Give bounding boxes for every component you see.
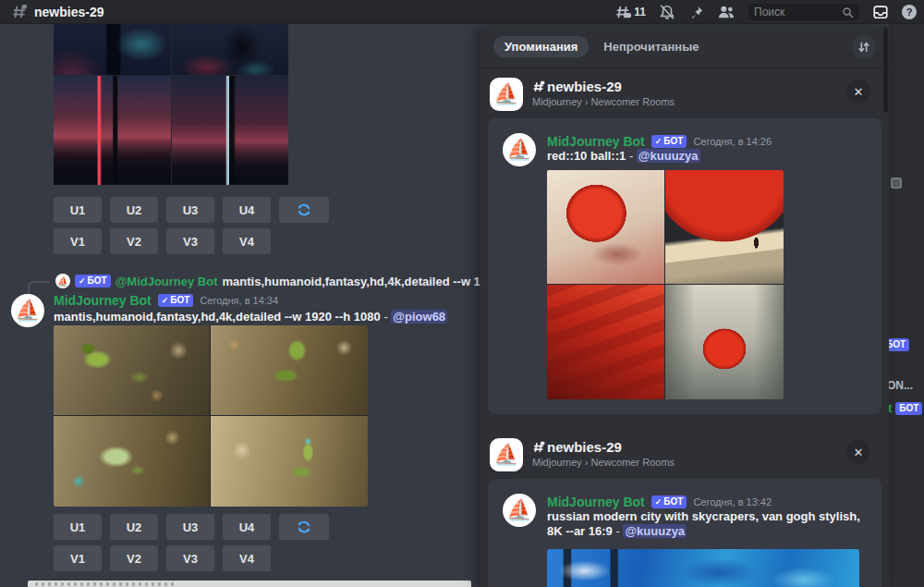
user-mention[interactable]: @kuuuzya xyxy=(623,524,687,538)
v3-button[interactable]: V3 xyxy=(166,228,214,254)
generated-image-cell[interactable] xyxy=(547,170,664,284)
message-author[interactable]: MidJourney Bot xyxy=(547,495,645,509)
mention-card-header: ⛵ newbies-29 Midjourney › Newcomer Rooms… xyxy=(490,78,878,115)
reply-preview[interactable]: ⛵ ✓БОТ @MidJourney Bot mantis,humanoid,f… xyxy=(28,273,480,289)
generated-image-cell[interactable] xyxy=(172,76,288,185)
u4-button[interactable]: U4 xyxy=(223,514,271,540)
generated-image-cell[interactable] xyxy=(172,24,288,75)
v3-button[interactable]: V3 xyxy=(166,545,214,571)
tab-mentions[interactable]: Упоминания xyxy=(493,36,589,57)
v1-button[interactable]: V1 xyxy=(54,228,102,254)
sort-arrows-icon xyxy=(857,41,870,54)
search-input[interactable] xyxy=(754,6,838,18)
notifications-muted-button[interactable] xyxy=(659,4,675,20)
generated-image-cell[interactable] xyxy=(665,170,784,284)
generated-image-van-gogh-city[interactable] xyxy=(547,549,859,587)
message-text: russian modern city with skycrapers, van… xyxy=(547,509,870,539)
panel-scrollbar[interactable] xyxy=(883,28,888,113)
close-icon[interactable]: ✕ xyxy=(846,79,870,104)
server-avatar: ⛵ xyxy=(490,438,523,471)
mention-channel-title[interactable]: newbies-29 xyxy=(532,439,622,455)
inbox-mentions-panel: Упоминания Непрочитанные ⛵ newbies-29 Mi… xyxy=(480,26,889,587)
bot-badge: ✓БОТ xyxy=(158,294,194,307)
bot-badge: БОТ xyxy=(889,338,909,351)
message-header: MidJourney Bot ✓БОТ Сегодня, в 14:26 xyxy=(547,134,772,149)
generated-image-grid-red-balls[interactable] xyxy=(547,170,784,399)
generated-image-cell[interactable] xyxy=(54,76,171,185)
prompt-text: mantis,humanoid,fantasy,hd,4k,detailed -… xyxy=(54,310,381,324)
bot-avatar[interactable]: ⛵ xyxy=(11,294,44,327)
u3-button[interactable]: U3 xyxy=(166,197,214,223)
reroll-button[interactable] xyxy=(279,197,329,223)
reply-author[interactable]: @MidJourney Bot xyxy=(116,275,218,288)
message-author[interactable]: MidJourney Bot xyxy=(54,293,152,308)
inbox-tab-bar: Упоминания Непрочитанные xyxy=(480,26,889,68)
search-icon xyxy=(842,6,854,18)
bot-badge: ✓БОТ xyxy=(75,275,111,287)
reply-text: mantis,humanoid,fantasy,hd,4k,detailed -… xyxy=(223,275,480,288)
mention-breadcrumb: Midjourney › Newcomer Rooms xyxy=(532,457,675,468)
generated-image-cell[interactable] xyxy=(54,24,171,75)
tab-unread[interactable]: Непрочитанные xyxy=(603,40,699,54)
generated-image-cell[interactable] xyxy=(665,285,784,399)
u1-button[interactable]: U1 xyxy=(54,197,102,223)
user-mention[interactable]: @piow68 xyxy=(391,310,447,324)
threads-button[interactable]: 11 xyxy=(614,4,646,20)
member-list-button[interactable] xyxy=(717,4,736,20)
u1-button[interactable]: U1 xyxy=(54,514,102,540)
reroll-icon xyxy=(297,202,311,217)
mention-channel-title[interactable]: newbies-29 xyxy=(532,79,622,94)
v1-button[interactable]: V1 xyxy=(54,545,102,571)
member-emoji-icon xyxy=(891,177,902,189)
v2-button[interactable]: V2 xyxy=(110,228,158,254)
v2-button[interactable]: V2 xyxy=(110,545,158,571)
channel-header-bar: newbies-29 11 ? xyxy=(0,0,924,24)
help-button[interactable]: ? xyxy=(902,5,917,19)
member-list-sliver: БОТ ON... t БОТ xyxy=(889,24,924,587)
variation-button-row: V1 V2 V3 V4 xyxy=(54,228,271,254)
close-icon[interactable]: ✕ xyxy=(846,440,870,464)
topbar-actions: 11 ? xyxy=(614,0,917,24)
mention-message-preview[interactable]: ⛵ MidJourney Bot ✓БОТ Сегодня, в 13:42 r… xyxy=(488,479,881,587)
reroll-icon xyxy=(297,520,311,534)
message-author[interactable]: MidJourney Bot xyxy=(547,134,645,149)
generated-image-cell[interactable] xyxy=(54,416,210,507)
member-name-fragment: t БОТ xyxy=(889,401,922,415)
generated-image-cell[interactable] xyxy=(54,325,210,415)
u2-button[interactable]: U2 xyxy=(110,514,158,540)
generated-image-grid-cyberpunk[interactable] xyxy=(54,24,288,185)
u4-button[interactable]: U4 xyxy=(223,197,271,223)
channel-hash-icon xyxy=(532,80,545,93)
user-mention[interactable]: @kuuuzya xyxy=(637,149,700,163)
sort-button[interactable] xyxy=(852,35,876,59)
generated-image-cell[interactable] xyxy=(211,325,368,415)
message-text: red::10 ball::1 - @kuuuzya xyxy=(547,149,870,164)
generated-image-cell[interactable] xyxy=(547,285,664,399)
v4-button[interactable]: V4 xyxy=(223,228,271,254)
mention-message-preview[interactable]: ⛵ MidJourney Bot ✓БОТ Сегодня, в 14:26 r… xyxy=(488,118,881,414)
member-status-fragment: ON... xyxy=(889,379,913,392)
channel-title: newbies-29 xyxy=(34,5,103,19)
pinned-messages-button[interactable] xyxy=(688,5,704,20)
reroll-button[interactable] xyxy=(279,514,329,540)
message-timestamp: Сегодня, в 14:26 xyxy=(693,136,772,147)
channel-hash-icon xyxy=(532,441,545,454)
next-image-top-edge xyxy=(28,581,471,587)
bot-avatar: ⛵ xyxy=(503,494,536,527)
u3-button[interactable]: U3 xyxy=(166,514,214,540)
bot-badge: ✓БОТ xyxy=(651,495,687,508)
inbox-button[interactable] xyxy=(872,4,889,20)
message-timestamp: Сегодня, в 14:34 xyxy=(200,295,278,306)
generated-image-cell[interactable] xyxy=(211,416,368,507)
channel-title-group: newbies-29 xyxy=(0,4,103,20)
generated-image-grid-mantis[interactable] xyxy=(54,325,368,507)
v4-button[interactable]: V4 xyxy=(223,545,271,571)
reply-bot-avatar: ⛵ xyxy=(55,274,70,288)
bot-badge: БОТ xyxy=(895,402,922,415)
discord-app-window: newbies-29 11 ? xyxy=(0,0,924,587)
u2-button[interactable]: U2 xyxy=(110,197,158,223)
prompt-text: russian modern city with skycrapers, van… xyxy=(547,509,860,538)
message-header: MidJourney Bot ✓БОТ Сегодня, в 13:42 xyxy=(547,495,772,509)
bot-badge: ✓БОТ xyxy=(651,135,687,148)
search-box[interactable] xyxy=(748,4,859,20)
